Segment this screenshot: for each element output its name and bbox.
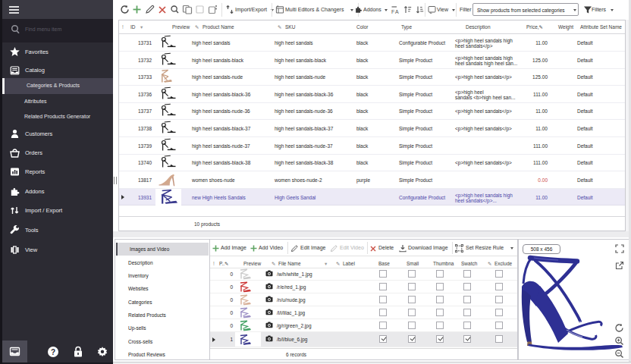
svg-text:A: A	[395, 9, 399, 14]
svg-text:?: ?	[51, 348, 55, 356]
svg-text:F: F	[391, 9, 394, 14]
